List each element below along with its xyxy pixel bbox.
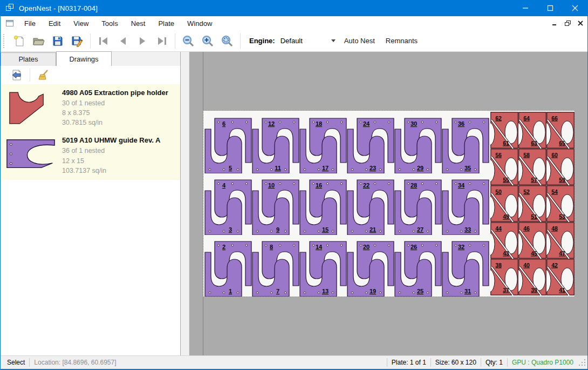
nested-part-pair-purple[interactable]: 10 9 (252, 173, 299, 235)
nested-part-pair-purple[interactable]: 2 1 (204, 235, 252, 297)
nested-part-pair-purple[interactable]: 30 29 (394, 112, 442, 173)
nested-part-pair-purple[interactable]: 26 25 (394, 235, 442, 297)
nested-part-pair-purple[interactable]: 4 3 (204, 173, 252, 235)
nested-part-pair-purple[interactable]: 14 13 (299, 235, 347, 297)
auto-nest-button[interactable]: Auto Nest (340, 34, 379, 48)
nested-part-pair-purple[interactable]: 20 19 (347, 235, 394, 297)
drawing-item-4980[interactable]: 4980 A05 Extraction pipe holder 30 of 1 … (1, 84, 180, 132)
zoom-out-button[interactable] (180, 33, 196, 49)
nested-part-pair-red[interactable]: 54 53 (546, 185, 575, 222)
menu-item-window[interactable]: Window (181, 17, 218, 30)
part-number: 23 (370, 165, 376, 171)
nested-part-pair-red[interactable]: 38 37 (490, 259, 518, 295)
nested-part-pair-red[interactable]: 50 49 (490, 185, 518, 222)
minimize-button[interactable] (513, 0, 538, 16)
nested-part-pair-purple[interactable]: 18 17 (299, 112, 347, 173)
part-number: 57 (531, 177, 537, 183)
part-number: 13 (322, 288, 329, 294)
part-number: 17 (322, 165, 329, 171)
mdi-close-button[interactable] (577, 19, 584, 27)
clear-drawings-button[interactable] (35, 67, 51, 83)
part-number: 1 (229, 288, 232, 294)
nested-part-pair-red[interactable]: 46 45 (518, 222, 546, 259)
last-plate-button[interactable] (154, 33, 170, 49)
part-number: 63 (531, 140, 537, 146)
nested-part-pair-purple[interactable]: 36 35 (442, 112, 489, 173)
nest-canvas[interactable]: 6 5 12 11 (189, 52, 587, 355)
mdi-restore-icon (565, 21, 571, 26)
nested-part-pair-red[interactable]: 44 43 (490, 222, 518, 259)
toolbar-grip[interactable] (3, 34, 6, 48)
first-plate-button[interactable] (95, 33, 112, 49)
nested-part-pair-red[interactable]: 66 65 (546, 112, 575, 149)
remnants-button[interactable]: Remnants (381, 34, 422, 48)
status-location: Location: [84.8696, 60.6957] (34, 359, 116, 366)
part-number: 60 (551, 152, 558, 158)
menu-item-plate[interactable]: Plate (152, 17, 181, 30)
zoom-in-button[interactable] (200, 33, 216, 49)
status-plate: Plate: 1 of 1 (392, 359, 426, 366)
menu-item-tools[interactable]: Tools (95, 17, 124, 30)
part-number: 39 (531, 287, 537, 293)
nested-part-pair-purple[interactable]: 34 33 (442, 173, 489, 235)
red-parts-region: 62 61 64 63 66 65 (490, 112, 575, 295)
first-plate-icon (97, 35, 110, 48)
part-number: 8 (270, 244, 273, 250)
nested-part-pair-red[interactable]: 40 39 (518, 259, 546, 295)
mdi-minimize-button[interactable] (551, 19, 558, 27)
left-panel: Plates Drawings (1, 52, 181, 355)
engine-select[interactable]: Default (278, 35, 338, 48)
app-icon (6, 4, 15, 12)
maximize-button[interactable] (538, 0, 563, 16)
nested-part-pair-purple[interactable]: 32 31 (442, 235, 489, 297)
nested-part-pair-purple[interactable]: 28 27 (394, 173, 442, 235)
nested-part-pair-purple[interactable]: 24 23 (347, 112, 394, 173)
save-as-button[interactable] (69, 33, 85, 49)
part-number: 12 (268, 120, 275, 127)
new-file-button[interactable] (11, 33, 27, 49)
nested-part-pair-purple[interactable]: 12 11 (252, 112, 299, 173)
close-button[interactable] (563, 0, 587, 16)
previous-plate-icon (117, 35, 129, 48)
nested-part-pair-red[interactable]: 60 59 (546, 149, 575, 185)
open-file-button[interactable] (30, 33, 46, 49)
nested-part-pair-purple[interactable]: 16 15 (299, 173, 347, 235)
next-plate-button[interactable] (134, 33, 151, 49)
nested-part-pair-purple[interactable]: 22 21 (347, 173, 394, 235)
purple-parts-region: 6 5 12 11 (204, 112, 489, 297)
drawing-size: 8 x 8.375 (62, 108, 176, 118)
tab-drawings[interactable]: Drawings (56, 51, 112, 66)
previous-plate-button[interactable] (115, 33, 131, 49)
nested-part-pair-red[interactable]: 42 41 (546, 259, 575, 295)
nested-part-pair-red[interactable]: 52 51 (518, 185, 546, 222)
save-button[interactable] (50, 33, 66, 49)
part-number: 50 (495, 189, 502, 195)
nested-part-pair-red[interactable]: 58 57 (518, 149, 546, 185)
menu-item-nest[interactable]: Nest (125, 17, 152, 30)
mdi-restore-button[interactable] (564, 19, 571, 27)
nested-part-pair-red[interactable]: 56 55 (490, 149, 518, 185)
part-number: 48 (551, 225, 558, 232)
resize-grip[interactable] (578, 358, 586, 367)
nested-part-pair-red[interactable]: 64 63 (518, 112, 546, 149)
menu-item-edit[interactable]: Edit (42, 17, 67, 30)
last-plate-icon (155, 35, 168, 48)
part-number: 4 (222, 182, 226, 189)
mdi-close-icon (578, 21, 583, 26)
panel-splitter[interactable] (181, 52, 189, 355)
part-number: 29 (417, 165, 423, 171)
part-number: 51 (531, 213, 537, 220)
menu-item-file[interactable]: File (18, 17, 42, 30)
nested-part-pair-purple[interactable]: 8 7 (252, 235, 299, 297)
nested-part-pair-red[interactable]: 62 61 (490, 112, 518, 149)
part-number: 11 (275, 165, 281, 171)
import-drawing-button[interactable] (9, 67, 25, 83)
nested-part-pair-red[interactable]: 48 47 (546, 222, 575, 259)
open-file-icon (32, 35, 45, 48)
tab-plates[interactable]: Plates (1, 52, 56, 66)
part-number: 15 (322, 226, 329, 233)
nested-part-pair-purple[interactable]: 6 5 (204, 112, 252, 173)
zoom-fit-button[interactable] (219, 33, 235, 49)
menu-item-view[interactable]: View (67, 17, 95, 30)
drawing-item-5019[interactable]: 5019 A10 UHMW guide Rev. A 36 of 1 neste… (1, 132, 180, 179)
